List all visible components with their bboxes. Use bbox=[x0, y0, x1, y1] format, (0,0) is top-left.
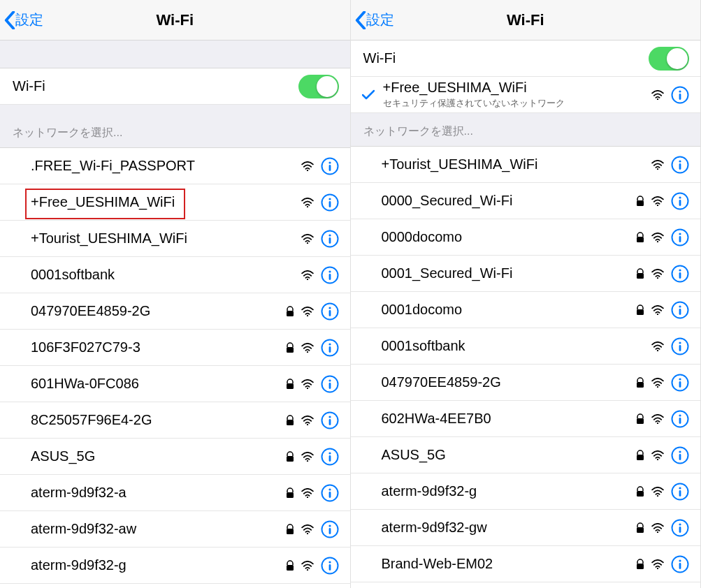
back-button[interactable]: 設定 bbox=[355, 10, 394, 29]
svg-rect-79 bbox=[637, 309, 644, 315]
network-row[interactable]: +Tourist_UESHIMA_WiFi bbox=[0, 221, 350, 257]
network-row[interactable]: 602HWa-4EE7B0 bbox=[351, 401, 701, 437]
lock-icon bbox=[286, 415, 294, 426]
info-icon[interactable] bbox=[671, 337, 689, 355]
info-icon[interactable] bbox=[671, 228, 689, 247]
info-icon[interactable] bbox=[671, 374, 689, 392]
wifi-signal-icon bbox=[301, 416, 314, 425]
info-icon[interactable] bbox=[671, 519, 689, 537]
svg-rect-68 bbox=[679, 200, 681, 206]
network-row[interactable]: ASUS_5G bbox=[0, 439, 350, 475]
svg-rect-117 bbox=[679, 563, 681, 569]
network-name: aterm-9d9f32-gw bbox=[382, 520, 487, 536]
svg-rect-59 bbox=[679, 94, 681, 100]
svg-point-12 bbox=[306, 278, 308, 279]
svg-rect-73 bbox=[679, 236, 681, 242]
info-icon[interactable] bbox=[321, 557, 339, 575]
network-row[interactable]: aterm-9d9f32-gw bbox=[351, 510, 701, 546]
wifi-signal-icon bbox=[301, 161, 314, 171]
network-row[interactable]: 047970EE4859-2G bbox=[0, 293, 350, 330]
info-icon[interactable] bbox=[671, 410, 689, 428]
select-network-header: ネットワークを選択... bbox=[351, 113, 701, 147]
wifi-signal-icon bbox=[651, 487, 664, 497]
network-row[interactable]: 0001softbank bbox=[0, 257, 350, 293]
network-row[interactable]: 047970EE4859-2G bbox=[351, 365, 701, 401]
network-row[interactable]: 0000_Secured_Wi-Fi bbox=[351, 183, 701, 219]
info-icon[interactable] bbox=[321, 230, 339, 248]
info-icon[interactable] bbox=[321, 484, 339, 502]
back-label: 設定 bbox=[366, 10, 394, 29]
network-row[interactable]: aterm-9d9f32-g bbox=[0, 547, 350, 584]
svg-point-91 bbox=[679, 378, 681, 380]
network-row[interactable]: .FREE_Wi-Fi_PASSPORT bbox=[0, 148, 350, 184]
lock-icon bbox=[636, 450, 644, 461]
network-row[interactable]: +Free_UESHIMA_WiFi bbox=[0, 184, 350, 221]
svg-point-0 bbox=[306, 169, 308, 170]
network-row[interactable]: Brand-Web-EM02 bbox=[351, 546, 701, 582]
wifi-toggle-row[interactable]: Wi-Fi bbox=[351, 41, 701, 77]
navbar: 設定 Wi-Fi bbox=[351, 0, 701, 41]
svg-point-60 bbox=[657, 168, 658, 169]
svg-rect-45 bbox=[328, 492, 331, 498]
svg-point-29 bbox=[328, 379, 331, 381]
info-icon[interactable] bbox=[321, 375, 339, 393]
info-icon[interactable] bbox=[321, 193, 339, 212]
connected-network-name: +Free_UESHIMA_WiFi bbox=[383, 80, 565, 96]
info-icon[interactable] bbox=[321, 411, 339, 429]
info-icon[interactable] bbox=[671, 555, 689, 573]
network-row[interactable]: aterm-9d9f32-g bbox=[351, 473, 701, 510]
wifi-signal-icon bbox=[651, 559, 664, 569]
svg-rect-11 bbox=[328, 237, 331, 244]
network-row[interactable]: aterm-9d9f32-a bbox=[0, 475, 350, 511]
network-name: +Free_UESHIMA_WiFi bbox=[31, 194, 175, 210]
network-row[interactable]: 8C25057F96E4-2G bbox=[0, 402, 350, 439]
wifi-signal-icon bbox=[651, 414, 664, 424]
network-row[interactable]: 0001softbank bbox=[351, 328, 701, 365]
svg-point-54 bbox=[328, 561, 331, 563]
back-button[interactable]: 設定 bbox=[4, 10, 43, 29]
info-icon[interactable] bbox=[321, 157, 339, 175]
svg-rect-55 bbox=[328, 564, 331, 571]
network-name: aterm-9d9f32-g bbox=[382, 483, 477, 499]
info-icon[interactable] bbox=[671, 156, 689, 174]
info-icon[interactable] bbox=[321, 302, 339, 321]
info-icon[interactable] bbox=[671, 301, 689, 319]
svg-point-10 bbox=[328, 234, 331, 236]
svg-rect-102 bbox=[679, 454, 681, 460]
network-name: 8C25057F96E4-2G bbox=[31, 412, 152, 428]
info-icon[interactable] bbox=[321, 448, 339, 466]
wifi-signal-icon bbox=[651, 160, 664, 170]
lock-icon bbox=[286, 306, 294, 317]
network-row[interactable]: 0001_Secured_Wi-Fi bbox=[351, 256, 701, 292]
svg-point-2 bbox=[328, 161, 331, 163]
network-row[interactable]: ASUS_5G bbox=[351, 437, 701, 473]
network-name: .FREE_Wi-Fi_PASSPORT bbox=[31, 158, 195, 174]
info-icon[interactable] bbox=[321, 339, 339, 357]
lock-icon bbox=[636, 304, 644, 316]
wifi-signal-icon bbox=[301, 234, 314, 244]
network-row[interactable]: 106F3F027C79-3 bbox=[0, 330, 350, 366]
info-icon[interactable] bbox=[671, 265, 689, 283]
svg-rect-64 bbox=[637, 200, 644, 206]
wifi-toggle[interactable] bbox=[298, 75, 339, 98]
info-icon[interactable] bbox=[671, 192, 689, 210]
info-icon[interactable] bbox=[671, 86, 689, 104]
network-row[interactable]: 0001docomo bbox=[351, 292, 701, 328]
connected-network-row[interactable]: +Free_UESHIMA_WiFi セキュリティ保護されていないネットワーク bbox=[351, 77, 701, 113]
svg-rect-40 bbox=[328, 455, 331, 462]
info-icon[interactable] bbox=[671, 446, 689, 464]
network-row[interactable]: 0000docomo bbox=[351, 219, 701, 256]
network-list: +Tourist_UESHIMA_WiFi0000_Secured_Wi-Fi0… bbox=[351, 147, 701, 582]
network-row[interactable]: aterm-9d9f32-aw bbox=[0, 511, 350, 547]
info-icon[interactable] bbox=[321, 266, 339, 284]
network-row[interactable]: 601HWa-0FC086 bbox=[0, 366, 350, 402]
network-row[interactable]: +Tourist_UESHIMA_WiFi bbox=[351, 147, 701, 183]
svg-point-65 bbox=[657, 204, 658, 205]
info-icon[interactable] bbox=[321, 520, 339, 538]
wifi-toggle[interactable] bbox=[649, 47, 689, 71]
network-name: 047970EE4859-2G bbox=[382, 374, 501, 390]
svg-point-27 bbox=[306, 387, 308, 388]
info-icon[interactable] bbox=[671, 483, 689, 501]
wifi-toggle-row[interactable]: Wi-Fi bbox=[0, 68, 350, 105]
svg-point-77 bbox=[679, 269, 681, 271]
